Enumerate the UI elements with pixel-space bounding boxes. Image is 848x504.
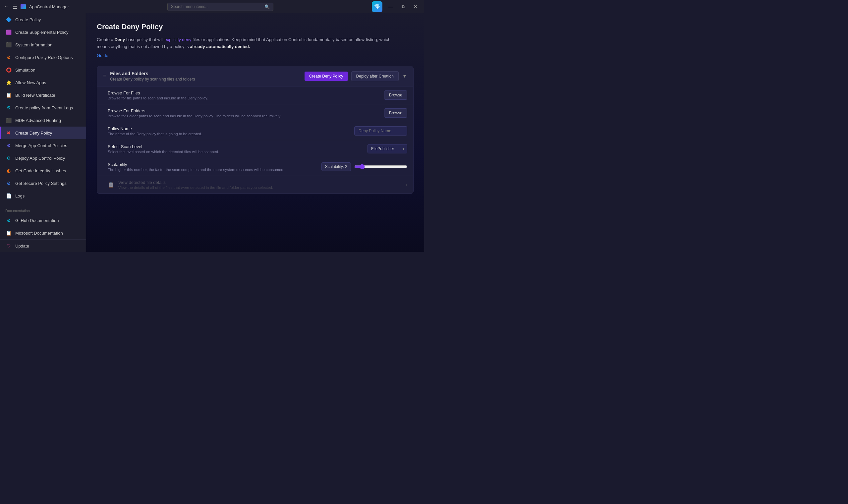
scalability-badge: Scalability: 2 [321,162,351,171]
view-details-info: View detected file details View the deta… [118,180,402,190]
search-box[interactable]: 🔍 [167,3,273,11]
scalability-info: Scalability The higher this number, the … [108,162,318,172]
browse-folders-desc: Browse for Folder paths to scan and incl… [108,114,380,118]
sidebar-item-mde-advanced-hunting[interactable]: ⬛ MDE Advanced Hunting [0,114,86,127]
sidebar-bottom: ♡ Update ⚙ Settings [0,239,86,252]
sidebar-item-configure-policy-rule-options[interactable]: ⚙ Configure Policy Rule Options [0,51,86,64]
browse-files-desc: Browse for file paths to scan and includ… [108,96,380,100]
main-content: Create Deny Policy Create a Deny base po… [86,13,424,252]
view-details-chevron-icon: › [405,182,407,187]
browse-files-label: Browse For Files [108,90,380,95]
policy-name-desc: The name of the Deny policy that is goin… [108,132,350,136]
desc-middle: base policy that will [125,37,164,42]
sidebar-item-github-documentation[interactable]: ⚙ GitHub Documentation [0,214,86,227]
title-bar: ← ☰ AppControl Manager 🔍 💎 — ⧉ ✕ [0,0,424,13]
desc-bold-already: already automatically denied. [190,44,250,49]
sidebar-label-get-secure-policy-settings: Get Secure Policy Settings [15,181,67,186]
sidebar-item-create-policy[interactable]: 🔷 Create Policy [0,13,86,26]
card-header: ≡ Files and Folders Create Deny policy b… [97,66,413,87]
search-area: 🔍 [72,3,368,11]
sidebar-label-build-new-certificate: Build New Certificate [15,93,55,98]
browse-folders-info: Browse For Folders Browse for Folder pat… [108,108,380,118]
update-icon: ♡ [5,242,12,249]
sidebar-item-update[interactable]: ♡ Update [0,239,86,252]
scalability-controls: Scalability: 2 [321,162,407,171]
sidebar-item-create-policy-from-event-logs[interactable]: ⚙ Create policy from Event Logs [0,102,86,114]
restore-button[interactable]: ⧉ [399,3,408,11]
sidebar-item-logs[interactable]: 📄 Logs [0,190,86,202]
search-icon: 🔍 [265,4,270,9]
sidebar-item-system-information[interactable]: ⬛ System Information [0,38,86,51]
mde-icon: ⬛ [5,117,12,124]
policy-name-input[interactable] [354,126,407,136]
sidebar: 🔷 Create Policy 🟪 Create Supplemental Po… [0,13,86,252]
browse-files-button[interactable]: Browse [384,90,407,100]
create-deny-policy-button[interactable]: Create Deny Policy [305,72,348,81]
deploy-after-creation-button[interactable]: Deploy after Creation [351,71,399,81]
event-logs-icon: ⚙ [5,104,12,111]
select-scan-level-row: Select Scan Level Select the level based… [97,140,413,158]
scalability-slider[interactable] [354,164,407,169]
app-logo [20,4,26,9]
sidebar-item-create-deny-policy[interactable]: ✖ Create Deny Policy [0,127,86,139]
code-integrity-icon: ◐ [5,167,12,174]
secure-policy-icon: ⚙ [5,180,12,186]
app-title: AppControl Manager [29,4,69,9]
sidebar-item-merge-app-control-policies[interactable]: ⚙ Merge App Control Policies [0,139,86,152]
sidebar-item-create-supplemental-policy[interactable]: 🟪 Create Supplemental Policy [0,26,86,38]
desc-bold-deny: Deny [114,37,125,42]
sidebar-label-create-policy: Create Policy [15,17,41,22]
sidebar-label-configure-policy-rule-options: Configure Policy Rule Options [15,55,73,60]
scan-level-select-wrapper: FilePublisher Publisher Hash FileName Fi… [367,144,407,154]
logs-icon: 📄 [5,193,12,199]
select-scan-level-label: Select Scan Level [108,144,363,149]
deploy-icon: ⚙ [5,155,12,161]
sidebar-item-simulation[interactable]: ⭕ Simulation [0,64,86,76]
back-button[interactable]: ← [4,4,9,10]
select-scan-level-info: Select Scan Level Select the level based… [108,144,363,154]
page-title: Create Deny Policy [97,22,414,31]
create-policy-icon: 🔷 [5,16,12,23]
sidebar-item-allow-new-apps[interactable]: ⭐ Allow New Apps [0,76,86,89]
sidebar-label-logs: Logs [15,194,24,198]
sidebar-label-mde-advanced-hunting: MDE Advanced Hunting [15,118,61,123]
sidebar-label-deploy-app-control-policy: Deploy App Control Policy [15,156,65,161]
sidebar-label-microsoft-documentation: Microsoft Documentation [15,231,63,236]
simulation-icon: ⭕ [5,67,12,73]
sidebar-item-microsoft-documentation[interactable]: 📋 Microsoft Documentation [0,227,86,239]
scalability-row: Scalability The higher this number, the … [97,158,413,176]
build-cert-icon: 📋 [5,92,12,98]
title-bar-right: 💎 — ⧉ ✕ [372,1,420,12]
search-input[interactable] [171,4,262,9]
github-doc-icon: ⚙ [5,217,12,224]
view-details-desc: View the details of all of the files tha… [118,185,402,190]
menu-button[interactable]: ☰ [13,4,17,10]
sidebar-item-deploy-app-control-policy[interactable]: ⚙ Deploy App Control Policy [0,152,86,164]
browse-folders-row: Browse For Folders Browse for Folder pat… [97,104,413,122]
browse-folders-button[interactable]: Browse [384,108,407,118]
sidebar-item-build-new-certificate[interactable]: 📋 Build New Certificate [0,89,86,102]
create-deny-icon: ✖ [5,129,12,136]
sidebar-label-merge-app-control-policies: Merge App Control Policies [15,143,67,148]
policy-name-info: Policy Name The name of the Deny policy … [108,126,350,136]
minimize-button[interactable]: — [386,3,396,11]
guide-link[interactable]: Guide [97,53,108,58]
scalability-label: Scalability [108,162,318,167]
sidebar-label-github-documentation: GitHub Documentation [15,218,59,223]
select-scan-level-desc: Select the level based on which the dete… [108,150,363,154]
sidebar-label-update: Update [15,244,29,249]
card-header-title: Files and Folders [110,71,301,76]
scalability-desc: The higher this number, the faster the s… [108,168,318,172]
docs-section-label: Documentation [0,205,86,214]
collapse-button[interactable]: ▾ [402,72,407,80]
scan-level-select[interactable]: FilePublisher Publisher Hash FileName Fi… [367,144,407,154]
sidebar-item-get-secure-policy-settings[interactable]: ⚙ Get Secure Policy Settings [0,177,86,190]
card-header-icon: ≡ [103,73,106,79]
close-button[interactable]: ✕ [411,3,420,11]
sidebar-item-get-code-integrity-hashes[interactable]: ◐ Get Code Integrity Hashes [0,164,86,177]
view-details-label: View detected file details [118,180,402,185]
sidebar-label-simulation: Simulation [15,68,35,73]
sidebar-label-get-code-integrity-hashes: Get Code Integrity Hashes [15,168,66,173]
create-supplemental-icon: 🟪 [5,29,12,35]
system-info-icon: ⬛ [5,41,12,48]
